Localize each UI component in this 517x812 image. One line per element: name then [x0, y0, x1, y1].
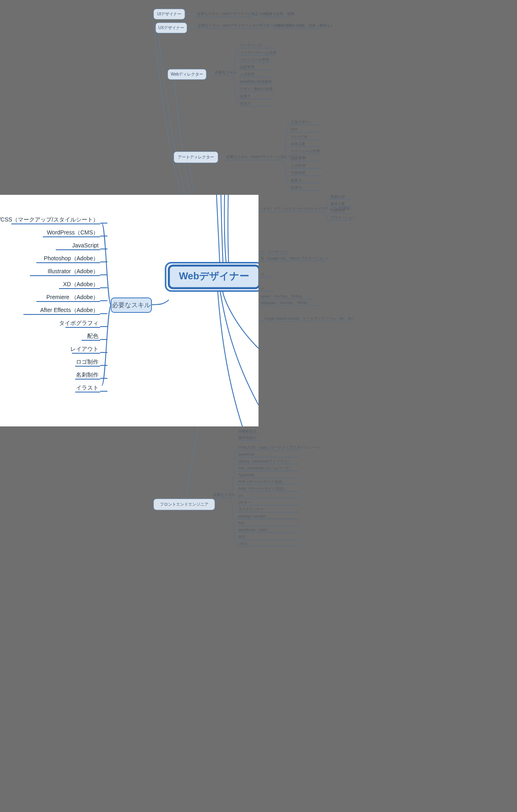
skill-7: After Effects（Adobe） [40, 307, 99, 313]
webdir-items-8: 交渉力 [240, 101, 251, 105]
fe-items-4: TypeScript [238, 473, 255, 477]
svg-text:agram、YouTube、TikTok): agram、YouTube、TikTok) [261, 294, 302, 298]
skill-2: JavaScript [72, 242, 99, 249]
producer-items-2: 予算管理 [330, 209, 345, 213]
svg-text:告（Google Ads、Yahoo! プロモーション）: 告（Google Ads、Yahoo! プロモーション） [261, 256, 330, 260]
skill-3: Photoshop（Adobe） [44, 255, 99, 262]
fe-items-6: Ruby（サーバーサイド言語） [238, 487, 286, 491]
webdir-items-5: Web開発の技術動向 [240, 80, 272, 84]
analyst-items-1: 施策発想力 [238, 436, 256, 440]
artdir-items-4: スケジュール管理 [291, 149, 320, 153]
fe-items-8: APIキー [238, 500, 251, 504]
fe-items-5: PHP（サーバーサイド言語） [238, 480, 285, 484]
artdir-items-5: 品質管理 [291, 156, 305, 160]
webdir-items-1: ワイヤーフレーム作成 [240, 51, 276, 55]
skill-13: イラスト [76, 384, 99, 391]
fe-items-3: Vue（JavaScriptフレームワーク） [238, 466, 293, 470]
web-director[interactable]: Webディレクター [171, 72, 203, 76]
skill-1: WordPress（CMS） [47, 229, 99, 236]
fe-items-0: HTML/CSS・Sass（マークアップ/スタイルシート） [238, 445, 322, 449]
ux-designer[interactable]: UXデザイナー [158, 25, 184, 30]
ui-item-0: UI設計、分析、提案 [262, 12, 294, 16]
fe-items-14: UI/UX [238, 542, 248, 546]
webdir-items-7: 提案力 [240, 94, 251, 98]
fe-items: HTML/CSS・Sass（マークアップ/スタイルシート）JavaScriptJ… [237, 445, 322, 546]
ux-item-0: UI/UXの設計、分析、提案（機能も） [274, 23, 334, 27]
artdir-items-2: テレビCM [291, 135, 307, 139]
art-director[interactable]: アートディレクター [178, 155, 214, 159]
mindmap-focus[interactable]: Webデザイナー 必要なスキル HTML/CSS（マークアップ/スタイルシート）… [0, 195, 258, 426]
webdir-items-0: コーディング [240, 43, 262, 47]
svg-text:Instagram、YouTube、TikTok): Instagram、YouTube、TikTok) [261, 301, 307, 305]
skill-9: 配色 [87, 333, 99, 339]
webdir-items-6: デザイン動向の知識 [240, 87, 273, 91]
webdir-items-3: 品質管理 [240, 65, 254, 69]
artdir-items-0: 広告デザイン [291, 120, 313, 124]
fe-items-2: JQuery（JavaScriptライブラリ） [238, 459, 291, 463]
skill-6: Premiere （Adobe） [46, 294, 99, 300]
skill-list: HTML/CSS（マークアップ/スタイルシート）WordPress（CMS）Ja… [0, 216, 107, 392]
artdir-items-7: 予算管理 [291, 171, 305, 175]
producer-items-3: プロモーション [330, 215, 356, 219]
skill-11: ロゴ制作 [76, 359, 99, 365]
artdir-items-9: 交渉力 [291, 186, 302, 190]
required-skill[interactable]: 必要なスキル [112, 302, 151, 308]
artdir-items-1: DTP [291, 127, 298, 131]
frontend[interactable]: フロントエンドエンジニア [160, 502, 208, 506]
ui-designer[interactable]: UIデザイナー [157, 12, 181, 16]
svg-text:、Google search console、ヒートマップツ: 、Google search console、ヒートマップツール、MA、BI） [261, 316, 355, 321]
fe-items-13: SEO [238, 535, 246, 539]
svg-text:ク: ク [261, 272, 264, 276]
producer-items-1: 施策立案 [330, 202, 345, 206]
webdir-items-4: 人員管理 [240, 72, 254, 76]
artdir-items-3: 企画立案 [291, 142, 305, 146]
webdir-items-2: スケジュール管理 [240, 58, 269, 62]
skill-8: タイポグラフィ [59, 320, 99, 326]
svg-text:ー、コンテンツ）: ー、コンテンツ） [261, 250, 290, 254]
webdir-items: コーディングワイヤーフレーム作成スケジュール管理品質管理人員管理Web開発の技術… [239, 43, 276, 106]
analyst-items: 情報統合力施策発想力 [237, 429, 260, 441]
fe-items-12: WordPress（CMS） [238, 528, 270, 532]
svg-text:ー: ー [261, 287, 264, 291]
skill-10: レイアウト [70, 346, 99, 352]
fe-items-11: Perl [238, 521, 244, 525]
fe-items-9: タスクランナー [238, 507, 264, 511]
lightbox: Webデザイナー 必要なスキル HTML/CSS（マークアップ/スタイルシート）… [0, 195, 258, 426]
skill-12: 名刺制作 [76, 371, 99, 378]
fe-items-7: Git [238, 494, 243, 498]
skill-4: Illustrator（Adobe） [48, 268, 99, 274]
artdir-items-8: 提案力 [291, 178, 302, 182]
root-node[interactable]: Webデザイナー [179, 270, 249, 281]
producer-items-0: 事業計画 [330, 195, 345, 199]
analyst-items-0: 情報統合力 [238, 429, 256, 433]
marketer-items: ー、コンテンツ）告（Google Ads、Yahoo! プロモーション）クーag… [259, 250, 355, 321]
fe-items-1: JavaScript [238, 452, 254, 456]
skill-5: XD（Adobe） [63, 281, 99, 287]
skill-0: HTML/CSS（マークアップ/スタイルシート） [0, 216, 99, 223]
artdir-items-6: 人員管理 [291, 164, 305, 168]
fe-items-10: package manager [238, 514, 266, 518]
